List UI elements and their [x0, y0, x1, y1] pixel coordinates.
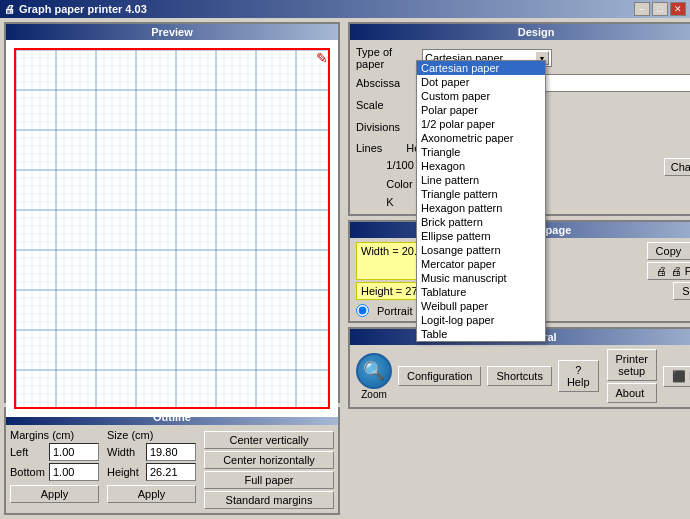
corner-marker: ✎ — [316, 50, 328, 66]
preview-section: Preview ✎ — [4, 22, 340, 403]
size-height-label: Height — [107, 466, 142, 478]
preview-header: Preview — [6, 24, 338, 40]
preview-content: ✎ — [6, 40, 338, 417]
print-icon: 🖨 — [656, 265, 667, 277]
shortcuts-button[interactable]: Shortcuts — [487, 366, 551, 386]
size-height-row: Height — [107, 463, 196, 481]
margin-bottom-label: Bottom — [10, 466, 45, 478]
dropdown-item-hexagon[interactable]: Hexagon — [417, 159, 545, 173]
zoom-label: Zoom — [361, 389, 387, 400]
right-panel: Design Type of paper Cartesian paper ▼ A… — [344, 18, 690, 519]
center-horizontally-button[interactable]: Center horizontally — [204, 451, 334, 469]
divisions-label: Divisions — [356, 121, 416, 133]
about-button[interactable]: About — [607, 383, 657, 403]
exit-button[interactable]: ⬛ Exit — [663, 366, 690, 387]
size-width-label: Width — [107, 446, 142, 458]
size-width-input[interactable] — [146, 443, 196, 461]
scale-label: Scale — [356, 99, 416, 111]
full-paper-button[interactable]: Full paper — [204, 471, 334, 489]
outline-section: Outline Margins (cm) Left Bottom Appl — [4, 407, 340, 515]
dropdown-item-music[interactable]: Music manuscript — [417, 271, 545, 285]
save-button[interactable]: Save — [673, 282, 690, 300]
print-button[interactable]: 🖨 🖨 Print — [647, 262, 690, 280]
dropdown-item-axono[interactable]: Axonometric paper — [417, 131, 545, 145]
dropdown-item-custom[interactable]: Custom paper — [417, 89, 545, 103]
size-width-row: Width — [107, 443, 196, 461]
right-panel-wrapper: Design Type of paper Cartesian paper ▼ A… — [348, 22, 690, 216]
dropdown-item-polar[interactable]: Polar paper — [417, 103, 545, 117]
margins-title-row: Margins (cm) — [10, 429, 99, 441]
window-controls: – □ ✕ — [634, 2, 686, 16]
grid-canvas — [16, 50, 330, 409]
zoom-icon[interactable]: 🔍 — [356, 353, 392, 389]
dropdown-item-linepattern[interactable]: Line pattern — [417, 173, 545, 187]
change-button[interactable]: Change — [664, 158, 690, 176]
right-gen-buttons: Printer setup About — [607, 349, 657, 403]
margins-col: Margins (cm) Left Bottom Apply — [10, 429, 99, 503]
maximize-button[interactable]: □ — [652, 2, 668, 16]
size-col: Size (cm) Width Height Apply — [107, 429, 196, 503]
dropdown-item-tablature[interactable]: Tablature — [417, 285, 545, 299]
save-btn-container: Save — [673, 282, 690, 300]
dropdown-list: Cartesian paper Dot paper Custom paper P… — [416, 60, 546, 342]
dropdown-item-dot[interactable]: Dot paper — [417, 75, 545, 89]
window-icon: 🖨 — [4, 3, 15, 15]
grid-paper — [14, 48, 330, 409]
margin-bottom-row: Bottom — [10, 463, 99, 481]
minimize-button[interactable]: – — [634, 2, 650, 16]
window-title: 🖨 Graph paper printer 4.03 — [4, 3, 147, 15]
dropdown-item-trianglepattern[interactable]: Triangle pattern — [417, 187, 545, 201]
print-label: 🖨 Print — [671, 265, 690, 277]
center-vertically-button[interactable]: Center vertically — [204, 431, 334, 449]
dropdown-item-losange[interactable]: Losange pattern — [417, 243, 545, 257]
printer-setup-button[interactable]: Printer setup — [607, 349, 657, 381]
outline-content: Margins (cm) Left Bottom Apply Size — [6, 425, 338, 513]
outline-action-buttons: Center vertically Center horizontally Fu… — [204, 429, 334, 509]
size-apply-button[interactable]: Apply — [107, 485, 196, 503]
lines-color-label: Color — [386, 178, 412, 190]
margins-label: Margins (cm) — [10, 429, 74, 441]
dropdown-item-ellipse[interactable]: Ellipse pattern — [417, 229, 545, 243]
left-panel: Preview ✎ Outline Margins (cm) Left — [0, 18, 344, 519]
dropdown-item-triangle[interactable]: Triangle — [417, 145, 545, 159]
dropdown-item-hexpattern[interactable]: Hexagon pattern — [417, 201, 545, 215]
size-title-row: Size (cm) — [107, 429, 196, 441]
print-buttons: Copy 🖨 🖨 Print — [647, 242, 690, 280]
size-height-input[interactable] — [146, 463, 196, 481]
size-label: Size (cm) — [107, 429, 153, 441]
margin-bottom-input[interactable] — [49, 463, 99, 481]
margin-left-row: Left — [10, 443, 99, 461]
dropdown-item-weibull[interactable]: Weibull paper — [417, 299, 545, 313]
lines-label: Lines — [356, 142, 382, 154]
standard-margins-button[interactable]: Standard margins — [204, 491, 334, 509]
dropdown-item-brick[interactable]: Brick pattern — [417, 215, 545, 229]
help-button[interactable]: ? Help — [558, 360, 599, 392]
close-button[interactable]: ✕ — [670, 2, 686, 16]
margins-apply-button[interactable]: Apply — [10, 485, 99, 503]
margin-left-input[interactable] — [49, 443, 99, 461]
exit-icon: ⬛ — [672, 370, 686, 383]
zoom-container: 🔍 Zoom — [356, 353, 392, 400]
title-bar: 🖨 Graph paper printer 4.03 – □ ✕ — [0, 0, 690, 18]
design-header: Design — [350, 24, 690, 40]
dropdown-item-cartesian[interactable]: Cartesian paper — [417, 61, 545, 75]
abscissa-label: Abscissa — [356, 77, 416, 89]
dropdown-item-halfpolar[interactable]: 1/2 polar paper — [417, 117, 545, 131]
dropdown-item-table[interactable]: Table — [417, 327, 545, 341]
configuration-button[interactable]: Configuration — [398, 366, 481, 386]
copy-button[interactable]: Copy — [647, 242, 690, 260]
dropdown-item-logit[interactable]: Logit-log paper — [417, 313, 545, 327]
portrait-label[interactable]: Portrait — [377, 305, 412, 317]
type-of-paper-label: Type of paper — [356, 46, 416, 70]
dropdown-item-mercator[interactable]: Mercator paper — [417, 257, 545, 271]
margin-left-label: Left — [10, 446, 45, 458]
general-content: 🔍 Zoom Configuration Shortcuts ? Help Pr… — [350, 345, 690, 407]
change-btn-container: Change — [664, 158, 690, 176]
k-label: K — [386, 196, 393, 208]
portrait-radio[interactable] — [356, 304, 369, 317]
